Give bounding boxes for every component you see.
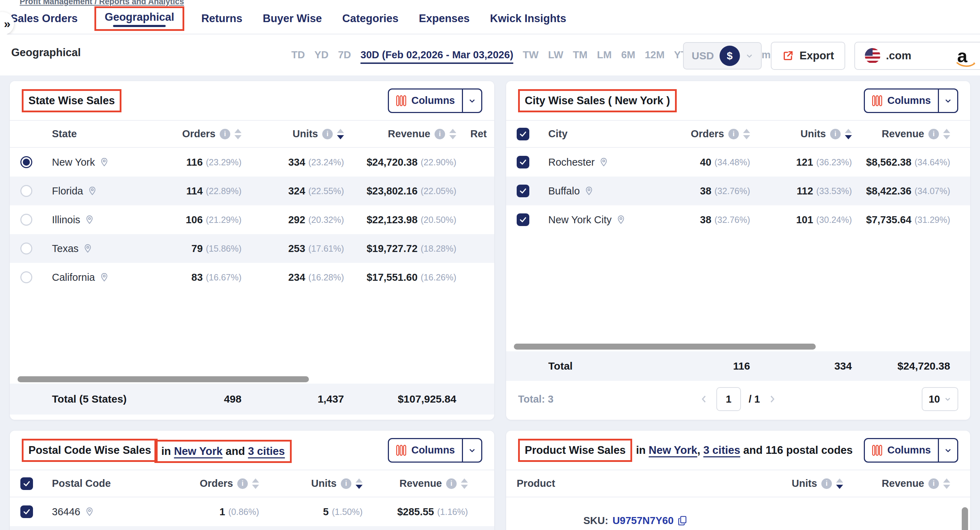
state-columns-button[interactable]: Columns <box>388 88 482 113</box>
double-chevron-right-icon: » <box>4 17 11 30</box>
check-icon <box>23 508 30 516</box>
chevron-down-icon <box>468 446 476 454</box>
checkbox-buffalo-checked[interactable] <box>517 185 529 197</box>
period-12m[interactable]: 12M <box>645 49 665 61</box>
page-header: Geographical TD YD 7D 30D (Feb 02,2026 -… <box>0 34 980 75</box>
sort-units-active[interactable] <box>356 478 363 489</box>
table-row-buffalo[interactable]: Buffalo 38(32.76%) 112(33.53%) $8,422.36… <box>506 177 970 205</box>
columns-icon <box>872 445 883 456</box>
chevron-down-icon <box>944 446 952 454</box>
column-header-revenue: Revenuei <box>363 478 468 489</box>
tab-expenses[interactable]: Expenses <box>419 12 469 25</box>
checkbox-new-york-city-checked[interactable] <box>517 213 529 226</box>
table-row-36446[interactable]: 36446 1(0.86%) 5(1.50%) $285.55(1.16%) <box>10 497 494 526</box>
cities-filter-link[interactable]: 3 cities <box>703 444 740 456</box>
radio-illinois[interactable] <box>21 214 32 226</box>
breadcrumb[interactable]: Profit Management / Reports and Analytic… <box>20 0 184 6</box>
period-yd[interactable]: YD <box>315 49 329 61</box>
sort-units-active[interactable] <box>337 129 344 139</box>
table-row-illinois[interactable]: Illinois 106(21.29%) 292(20.32%) $22,123… <box>10 205 494 234</box>
column-header-orders: Ordersi <box>154 128 242 140</box>
radio-texas[interactable] <box>21 242 32 255</box>
table-row-new-york[interactable]: New York 116(23.29%) 334(23.24%) $24,720… <box>10 148 494 177</box>
table-row-rochester[interactable]: Rochester 40(34.48%) 121(36.23%) $8,562.… <box>506 148 970 177</box>
table-row-texas[interactable]: Texas 79(15.86%) 253(17.61%) $19,727.72(… <box>10 234 494 263</box>
vertical-scrollbar[interactable] <box>962 507 968 530</box>
sku-link[interactable]: U9757N7Y60 <box>612 515 674 527</box>
location-pin-icon <box>84 215 94 224</box>
product-columns-button[interactable]: Columns <box>864 438 958 463</box>
page-number-input[interactable]: 1 <box>716 387 741 411</box>
period-td[interactable]: TD <box>291 49 305 61</box>
chevron-right-icon[interactable] <box>768 395 777 404</box>
copy-icon[interactable] <box>678 516 687 526</box>
title-in-word: in <box>636 444 646 456</box>
tab-categories[interactable]: Categories <box>342 12 398 25</box>
period-tm[interactable]: TM <box>573 49 587 61</box>
chevron-left-icon[interactable] <box>700 395 709 404</box>
sort-revenue[interactable] <box>449 129 456 139</box>
title-and-word: and <box>226 445 245 457</box>
table-row-product[interactable]: SKU: U9757N7Y60 KwickStore Ocean Carpets… <box>506 497 970 530</box>
sort-orders[interactable] <box>252 478 259 489</box>
sort-revenue[interactable] <box>461 478 468 489</box>
tab-sales-orders[interactable]: Sales Orders <box>11 12 78 25</box>
postal-panel-title: Postal Code Wise Sales <box>29 444 151 456</box>
select-all-checkbox-checked[interactable] <box>21 477 33 490</box>
radio-california[interactable] <box>21 271 32 283</box>
info-icon: i <box>220 129 230 139</box>
table-row-new-york-city[interactable]: New York City 38(32.76%) 101(30.24%) $7,… <box>506 205 970 234</box>
period-tw[interactable]: TW <box>523 49 538 61</box>
columns-caret[interactable] <box>462 89 481 112</box>
columns-caret[interactable] <box>462 439 481 462</box>
checkbox-rochester-checked[interactable] <box>517 156 529 169</box>
tab-geographical[interactable]: Geographical <box>105 11 174 24</box>
sort-orders[interactable] <box>743 129 750 139</box>
tab-kwick-insights[interactable]: Kwick Insights <box>490 12 566 25</box>
postal-table-header: Postal Code Ordersi Unitsi Revenuei <box>10 470 494 497</box>
columns-caret[interactable] <box>938 439 957 462</box>
column-header-orders: Ordersi <box>154 478 259 489</box>
chevron-down-icon <box>944 97 952 105</box>
tab-returns[interactable]: Returns <box>201 12 242 25</box>
marketplace-selector[interactable]: .com a <box>854 42 980 70</box>
period-lw[interactable]: LW <box>548 49 563 61</box>
tab-buyer-wise[interactable]: Buyer Wise <box>263 12 322 25</box>
location-pin-icon <box>99 157 109 167</box>
cities-filter-link[interactable]: 3 cities <box>248 445 285 457</box>
sort-orders[interactable] <box>234 129 242 139</box>
horizontal-scrollbar[interactable] <box>18 376 309 382</box>
postal-columns-button[interactable]: Columns <box>388 438 482 463</box>
state-filter-link[interactable]: New York <box>649 444 697 456</box>
state-filter-link[interactable]: New York <box>174 445 223 457</box>
sort-revenue[interactable] <box>943 478 950 489</box>
checkbox-36446-checked[interactable] <box>21 505 33 518</box>
column-header-units: Unitsi <box>259 478 363 489</box>
table-row-florida[interactable]: Florida 114(22.89%) 324(22.55%) $23,802.… <box>10 177 494 205</box>
city-columns-button[interactable]: Columns <box>864 88 958 113</box>
table-row-california[interactable]: California 83(16.67%) 234(16.28%) $17,55… <box>10 263 494 292</box>
geographical-dashboard: Profit Management / Reports and Analytic… <box>0 0 980 530</box>
info-icon: i <box>237 478 248 489</box>
period-lm[interactable]: LM <box>597 49 612 61</box>
period-30d-active[interactable]: 30D (Feb 02,2026 - Mar 03,2026) <box>361 49 513 61</box>
sort-units-active[interactable] <box>845 129 852 139</box>
horizontal-scrollbar[interactable] <box>514 344 816 350</box>
radio-new-york-selected[interactable] <box>21 156 32 168</box>
period-6m[interactable]: 6M <box>621 49 635 61</box>
radio-florida[interactable] <box>21 185 32 197</box>
column-header-units: Unitsi <box>242 128 344 140</box>
currency-selector[interactable]: USD $ <box>683 42 761 70</box>
product-table-header: Product Unitsi Revenuei <box>506 470 970 497</box>
columns-caret[interactable] <box>938 89 957 112</box>
select-all-checkbox-checked[interactable] <box>517 128 529 140</box>
period-7d[interactable]: 7D <box>338 49 351 61</box>
header-controls: USD $ Export .com a <box>683 42 980 70</box>
sort-revenue[interactable] <box>943 129 950 139</box>
export-button[interactable]: Export <box>771 42 845 70</box>
city-table-header: City Ordersi Unitsi Revenuei i <box>506 121 970 148</box>
page-size-select[interactable]: 10 <box>922 387 958 411</box>
amazon-logo: a <box>957 47 970 65</box>
state-panel-title: State Wise Sales <box>29 94 115 107</box>
sort-units-active[interactable] <box>836 478 843 489</box>
